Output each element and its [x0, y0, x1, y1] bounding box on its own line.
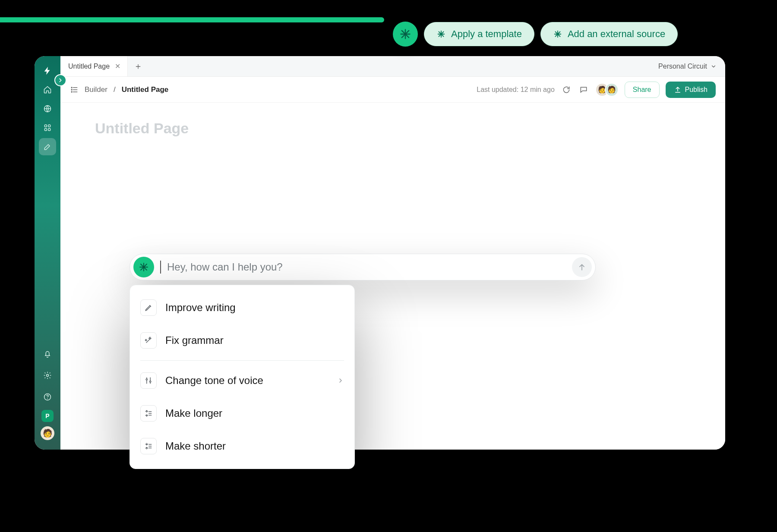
- sparkle-icon: [553, 29, 562, 39]
- publish-button[interactable]: Publish: [666, 82, 716, 98]
- sparkle-icon: [139, 262, 149, 272]
- shrink-icon: [140, 438, 157, 454]
- workspace-switcher[interactable]: Personal Circuit: [658, 56, 725, 76]
- left-nav-rail: P 🧑: [35, 56, 60, 450]
- toolbar: Builder / Untitled Page Last updated: 12…: [60, 77, 725, 103]
- edit-icon: [43, 142, 52, 151]
- add-external-source-button[interactable]: Add an external source: [540, 22, 678, 46]
- svg-point-17: [47, 375, 49, 377]
- ai-menu-make-shorter[interactable]: Make shorter: [130, 430, 354, 463]
- ai-prompt-bar[interactable]: Hey, how can I help you?: [130, 254, 596, 280]
- chat-icon: [579, 85, 588, 94]
- svg-point-31: [146, 379, 147, 380]
- ai-menu-change-tone[interactable]: Change tone of voice: [130, 364, 354, 397]
- page-title-placeholder[interactable]: Untitled Page: [95, 120, 695, 137]
- ai-prompt-placeholder: Hey, how can I help you?: [167, 261, 283, 273]
- svg-rect-14: [48, 125, 51, 127]
- outline-toggle[interactable]: [70, 85, 79, 94]
- svg-point-33: [150, 381, 151, 382]
- breadcrumb-sep: /: [114, 85, 116, 94]
- sliders-icon: [140, 372, 157, 389]
- ai-sparkle-mini[interactable]: [133, 257, 154, 277]
- tab-active[interactable]: Untitled Page ✕: [60, 56, 128, 76]
- ai-menu-fix-grammar[interactable]: Fix grammar: [130, 324, 354, 357]
- top-callout-row: Apply a template Add an external source: [393, 22, 678, 47]
- presence-avatars[interactable]: 🧑 🧑: [595, 83, 619, 97]
- ai-action-menu: Improve writing Fix grammar Change tone …: [130, 285, 355, 469]
- app-window: P 🧑 Untitled Page ✕ ＋ Personal Circuit B: [35, 56, 725, 450]
- top-progress-strip: [0, 17, 384, 22]
- apply-template-button[interactable]: Apply a template: [424, 22, 534, 46]
- last-updated-status: Last updated: 12 min ago: [477, 86, 555, 94]
- share-button[interactable]: Share: [625, 82, 660, 98]
- sparkle-icon: [399, 28, 411, 40]
- nav-home[interactable]: [39, 81, 56, 98]
- svg-point-19: [47, 398, 48, 399]
- ai-sparkle-button[interactable]: [393, 22, 418, 47]
- close-tab-button[interactable]: ✕: [115, 62, 120, 70]
- chevron-right-icon: [337, 377, 344, 384]
- chevron-right-icon: [57, 77, 63, 83]
- ai-menu-label: Make shorter: [165, 440, 226, 452]
- ai-send-button[interactable]: [572, 257, 592, 277]
- globe-icon: [43, 104, 52, 113]
- svg-rect-16: [48, 129, 51, 131]
- add-external-source-label: Add an external source: [568, 28, 665, 40]
- share-label: Share: [633, 86, 651, 94]
- sparkle-icon: [436, 29, 446, 39]
- nav-help[interactable]: [39, 388, 56, 406]
- breadcrumb-page[interactable]: Untitled Page: [122, 85, 169, 94]
- tab-strip: Untitled Page ✕ ＋ Personal Circuit: [60, 56, 725, 77]
- svg-point-24: [71, 91, 72, 92]
- expand-rail-button[interactable]: [54, 74, 66, 86]
- menu-separator: [140, 360, 344, 361]
- svg-rect-15: [44, 129, 47, 131]
- nav-edit[interactable]: [39, 138, 56, 155]
- new-tab-button[interactable]: ＋: [128, 56, 148, 76]
- nav-settings[interactable]: [39, 367, 56, 384]
- nav-globe[interactable]: [39, 100, 56, 117]
- workspace-badge[interactable]: P: [41, 410, 54, 422]
- ai-menu-make-longer[interactable]: Make longer: [130, 397, 354, 430]
- nav-apps[interactable]: [39, 119, 56, 136]
- arrow-up-icon: [578, 263, 586, 271]
- expand-icon: [140, 405, 157, 422]
- text-cursor: [160, 261, 161, 274]
- bell-icon: [43, 349, 52, 358]
- gear-icon: [43, 371, 52, 380]
- app-logo: [39, 62, 56, 79]
- pencil-icon: [140, 299, 157, 316]
- apply-template-label: Apply a template: [451, 28, 522, 40]
- publish-label: Publish: [685, 86, 708, 94]
- nav-notifications[interactable]: [39, 345, 56, 362]
- help-icon: [43, 393, 52, 401]
- ai-menu-label: Fix grammar: [165, 334, 224, 346]
- grid-icon: [43, 123, 52, 132]
- comments-button[interactable]: [578, 84, 589, 95]
- ai-menu-label: Make longer: [165, 407, 222, 419]
- ai-menu-label: Change tone of voice: [165, 375, 263, 387]
- svg-rect-13: [44, 125, 47, 127]
- workspace-label: Personal Circuit: [658, 63, 707, 70]
- refresh-button[interactable]: [561, 84, 572, 95]
- ai-menu-label: Improve writing: [165, 302, 236, 314]
- home-icon: [43, 85, 52, 94]
- svg-point-22: [71, 89, 72, 90]
- breadcrumb-root[interactable]: Builder: [85, 85, 107, 94]
- tab-title: Untitled Page: [68, 63, 110, 70]
- svg-point-20: [71, 87, 72, 88]
- upload-icon: [674, 86, 682, 94]
- chevron-down-icon: [711, 63, 717, 69]
- user-avatar[interactable]: 🧑: [41, 426, 54, 440]
- list-icon: [70, 85, 79, 94]
- avatar: 🧑: [605, 83, 619, 97]
- ai-menu-improve-writing[interactable]: Improve writing: [130, 291, 354, 324]
- refresh-icon: [562, 85, 571, 94]
- wand-icon: [140, 332, 157, 349]
